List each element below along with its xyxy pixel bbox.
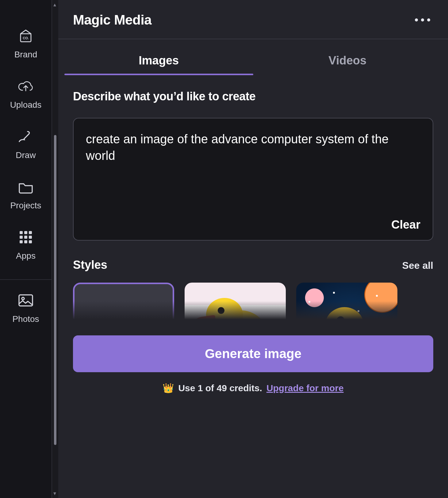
sidebar-item-label: Projects — [10, 201, 41, 210]
panel-header: Magic Media — [58, 0, 448, 39]
credits-line: 👑 Use 1 of 49 credits. Upgrade for more — [73, 383, 433, 393]
describe-label: Describe what you’d like to create — [58, 75, 448, 103]
dots-icon — [427, 18, 430, 21]
sidebar-item-label: Uploads — [10, 100, 42, 110]
svg-rect-8 — [20, 240, 23, 243]
sidebar: CO. Brand Uploads Draw — [0, 0, 52, 498]
sidebar-item-label: Brand — [14, 50, 37, 60]
panel-scrollbar[interactable]: ▴ ▾ — [52, 0, 58, 498]
styles-title: Styles — [73, 258, 107, 272]
tabs: Images Videos — [58, 45, 448, 75]
svg-rect-3 — [24, 231, 27, 234]
sidebar-item-label: Apps — [16, 251, 36, 261]
svg-rect-7 — [29, 236, 32, 239]
action-bar: Generate image 👑 Use 1 of 49 credits. Up… — [58, 319, 448, 405]
sidebar-item-label: Draw — [16, 150, 36, 160]
folder-icon — [17, 179, 34, 195]
dots-icon — [421, 18, 424, 21]
upgrade-link[interactable]: Upgrade for more — [266, 383, 344, 393]
scroll-down-caret-icon: ▾ — [53, 490, 56, 497]
scrollbar-thumb[interactable] — [54, 135, 56, 445]
svg-rect-2 — [20, 231, 23, 234]
sidebar-item-photos[interactable]: Photos — [0, 292, 52, 324]
panel-title: Magic Media — [73, 12, 151, 28]
duck-eye-icon — [218, 307, 224, 314]
magic-media-panel: Magic Media Images Videos Describe what … — [58, 0, 448, 498]
crown-icon: 👑 — [163, 383, 174, 393]
dots-icon — [415, 18, 418, 21]
sidebar-item-brand[interactable]: CO. Brand — [14, 28, 37, 60]
more-options-button[interactable] — [412, 15, 433, 25]
generate-image-button[interactable]: Generate image — [73, 335, 433, 372]
svg-rect-11 — [19, 295, 33, 306]
cloud-upload-icon — [17, 78, 34, 95]
scroll-up-caret-icon: ▴ — [53, 1, 56, 8]
apps-grid-icon — [17, 229, 34, 245]
svg-text:CO.: CO. — [23, 36, 29, 40]
draw-icon — [17, 128, 34, 145]
sidebar-item-draw[interactable]: Draw — [16, 128, 36, 160]
brand-icon: CO. — [17, 28, 34, 44]
svg-rect-5 — [20, 236, 23, 239]
sidebar-divider — [0, 279, 52, 280]
tab-images[interactable]: Images — [64, 45, 253, 75]
svg-rect-4 — [29, 231, 32, 234]
svg-rect-10 — [29, 240, 32, 243]
svg-point-12 — [22, 297, 24, 300]
styles-header: Styles See all — [58, 241, 448, 272]
sidebar-item-label: Photos — [12, 314, 39, 324]
svg-rect-6 — [24, 236, 27, 239]
sidebar-item-projects[interactable]: Projects — [10, 179, 41, 210]
prompt-input[interactable] — [86, 131, 420, 209]
see-all-link[interactable]: See all — [402, 260, 433, 271]
prompt-box: Clear — [73, 118, 433, 241]
sidebar-item-apps[interactable]: Apps — [16, 229, 36, 261]
tab-videos[interactable]: Videos — [253, 45, 442, 75]
sidebar-item-uploads[interactable]: Uploads — [10, 78, 42, 110]
credits-text: Use 1 of 49 credits. — [178, 383, 262, 393]
svg-rect-9 — [24, 240, 27, 243]
clear-button[interactable]: Clear — [391, 218, 420, 231]
photos-icon — [17, 292, 34, 309]
